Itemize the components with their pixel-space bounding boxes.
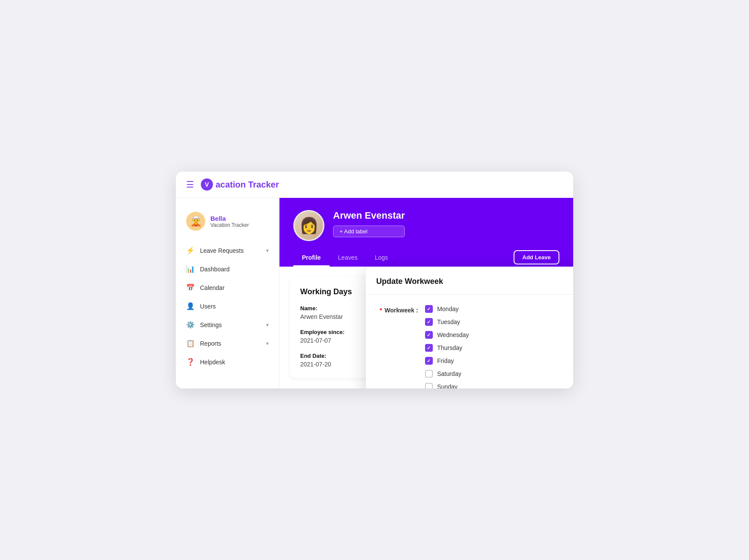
workweek-label: * Workweek : [380, 305, 418, 314]
settings-icon: ⚙️ [186, 321, 195, 329]
tuesday-label: Tuesday [437, 318, 460, 325]
user-name: Bella [210, 215, 249, 222]
sunday-label: Sunday [437, 383, 457, 388]
day-item-wednesday: Wednesday [425, 331, 469, 339]
card-title: Working Days [300, 287, 352, 296]
profile-photo: 👩 [293, 210, 324, 241]
user-sub: Vacation Tracker [210, 222, 249, 228]
chevron-icon: ▾ [266, 322, 269, 328]
modal-title: Update Workweek [376, 277, 443, 286]
sidebar-item-dashboard[interactable]: 📊 Dashboard [176, 260, 279, 278]
friday-checkbox[interactable] [425, 357, 433, 365]
sidebar-item-calendar[interactable]: 📅 Calendar [176, 278, 279, 297]
sidebar-item-reports[interactable]: 📋 Reports ▾ [176, 334, 279, 353]
sidebar-item-label: Calendar [200, 284, 225, 291]
dashboard-icon: 📊 [186, 265, 195, 273]
sidebar-item-label: Helpdesk [200, 359, 225, 366]
chevron-icon: ▾ [266, 340, 269, 347]
logo-text: acation Tracker [216, 180, 279, 190]
top-bar: ☰ V acation Tracker [176, 172, 573, 198]
sidebar-item-helpdesk[interactable]: ❓ Helpdesk [176, 353, 279, 371]
sidebar-item-label: Dashboard [200, 266, 230, 273]
modal-header: Update Workweek ✕ [366, 267, 573, 295]
thursday-label: Thursday [437, 344, 462, 351]
saturday-label: Saturday [437, 370, 461, 377]
calendar-icon: 📅 [186, 283, 195, 292]
friday-label: Friday [437, 357, 454, 364]
monday-label: Monday [437, 305, 459, 312]
day-item-thursday: Thursday [425, 344, 469, 352]
user-info: Bella Vacation Tracker [210, 215, 249, 228]
tab-leaves[interactable]: Leaves [330, 250, 366, 267]
update-workweek-modal: Update Workweek ✕ * Workweek : Monday Tu… [366, 267, 573, 388]
sidebar-item-leave-requests[interactable]: ⚡ Leave Requests ▾ [176, 241, 279, 260]
logo-area: V acation Tracker [201, 178, 279, 191]
sidebar-item-label: Reports [200, 340, 221, 347]
users-icon: 👤 [186, 302, 195, 310]
add-label-button[interactable]: + Add label [333, 226, 405, 237]
day-item-friday: Friday [425, 357, 469, 365]
sidebar-user: 🧝 Bella Vacation Tracker [176, 207, 279, 241]
monday-checkbox[interactable] [425, 305, 433, 313]
sidebar-item-settings[interactable]: ⚙️ Settings ▾ [176, 315, 279, 334]
avatar: 🧝 [186, 212, 205, 231]
wednesday-checkbox[interactable] [425, 331, 433, 339]
leave-requests-icon: ⚡ [186, 246, 195, 255]
profile-name: Arwen Evenstar [333, 210, 405, 221]
profile-tabs: Profile Leaves Logs Add Leave [293, 250, 559, 267]
sidebar-item-label: Users [200, 303, 216, 310]
workweek-row: * Workweek : Monday Tuesday Wednesday Th… [380, 305, 573, 388]
sidebar: 🧝 Bella Vacation Tracker ⚡ Leave Request… [176, 198, 279, 388]
thursday-checkbox[interactable] [425, 344, 433, 352]
profile-header: 👩 Arwen Evenstar + Add label Profile Lea… [279, 198, 573, 267]
sidebar-item-label: Settings [200, 321, 222, 328]
profile-name-area: Arwen Evenstar + Add label [333, 210, 405, 237]
reports-icon: 📋 [186, 339, 195, 347]
day-item-saturday: Saturday [425, 370, 469, 378]
add-leave-button[interactable]: Add Leave [514, 250, 559, 264]
modal-body: * Workweek : Monday Tuesday Wednesday Th… [366, 295, 573, 388]
day-item-tuesday: Tuesday [425, 318, 469, 326]
days-list: Monday Tuesday Wednesday Thursday Friday… [425, 305, 469, 388]
day-item-sunday: Sunday [425, 383, 469, 388]
helpdesk-icon: ❓ [186, 358, 195, 366]
tuesday-checkbox[interactable] [425, 318, 433, 326]
hamburger-icon[interactable]: ☰ [186, 179, 194, 190]
sunday-checkbox[interactable] [425, 383, 433, 388]
tab-logs[interactable]: Logs [366, 250, 397, 267]
chevron-icon: ▾ [266, 248, 269, 254]
logo-icon: V [201, 178, 213, 191]
day-item-monday: Monday [425, 305, 469, 313]
required-star: * [380, 307, 382, 314]
tab-profile[interactable]: Profile [293, 250, 330, 267]
sidebar-item-users[interactable]: 👤 Users [176, 297, 279, 315]
wednesday-label: Wednesday [437, 331, 469, 338]
saturday-checkbox[interactable] [425, 370, 433, 378]
sidebar-item-label: Leave Requests [200, 247, 244, 254]
